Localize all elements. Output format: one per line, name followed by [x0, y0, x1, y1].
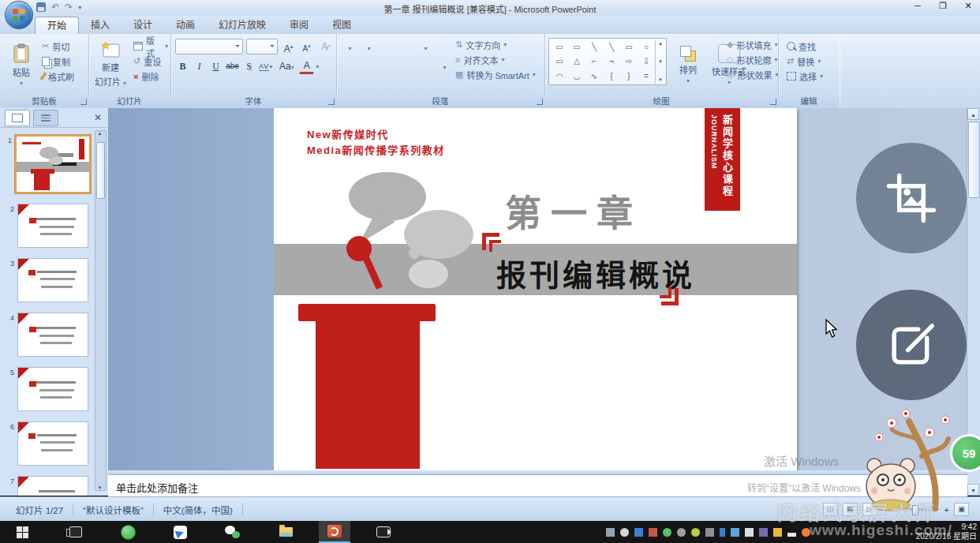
- shape-icon[interactable]: ⇩: [643, 57, 649, 66]
- taskbar-app-wechat[interactable]: [216, 521, 248, 543]
- design-template-name[interactable]: “默认设计模板”: [73, 504, 154, 516]
- ribbon-tab[interactable]: 审阅: [278, 17, 320, 34]
- dialog-launcher-icon[interactable]: [80, 99, 87, 105]
- tray-bluetooth-icon[interactable]: [720, 528, 725, 537]
- dialog-launcher-icon[interactable]: [537, 99, 543, 105]
- tray-icon[interactable]: [620, 528, 629, 537]
- minimize-button[interactable]: ─: [911, 1, 925, 11]
- dialog-launcher-icon[interactable]: [770, 99, 776, 105]
- shape-outline-button[interactable]: ◇形状轮廓▾: [724, 52, 776, 67]
- slide-thumbnail[interactable]: 4: [6, 313, 88, 357]
- slide-canvas[interactable]: New新传媒时代 Media新闻传播学系列教材 第一章 报刊编辑概说 JOURN…: [274, 108, 797, 472]
- text-shadow-button[interactable]: S: [241, 58, 256, 74]
- select-button[interactable]: 选择▾: [784, 69, 825, 84]
- tray-icon[interactable]: [634, 528, 643, 537]
- replace-button[interactable]: ⇄替换▾: [784, 54, 825, 69]
- change-case-button[interactable]: Aa▾: [275, 58, 297, 74]
- shape-icon[interactable]: ⇨: [626, 57, 632, 66]
- shape-icon[interactable]: =: [644, 72, 649, 81]
- ribbon-tab[interactable]: 幻灯片放映: [207, 17, 278, 34]
- align-text-button[interactable]: ≡对齐文本▾: [453, 52, 538, 67]
- taskbar-app-explorer[interactable]: [270, 521, 301, 543]
- bold-button[interactable]: B: [175, 58, 190, 74]
- align-center-button[interactable]: [361, 58, 376, 74]
- cut-button[interactable]: ✂剪切: [39, 39, 77, 54]
- shrink-font-button[interactable]: A▾: [299, 39, 314, 54]
- slide-thumbnail[interactable]: 5: [6, 367, 88, 411]
- tray-icon[interactable]: [745, 528, 754, 537]
- strikethrough-button[interactable]: abe: [225, 58, 240, 74]
- shape-icon[interactable]: ▭: [555, 43, 563, 51]
- tray-icon[interactable]: [731, 528, 739, 537]
- close-button[interactable]: ✕: [961, 1, 975, 11]
- tray-icon[interactable]: [606, 528, 615, 537]
- character-spacing-button[interactable]: AV▾: [258, 58, 274, 74]
- shape-icon[interactable]: ╲: [592, 43, 597, 51]
- columns-button[interactable]: ▾: [437, 58, 452, 74]
- shape-icon[interactable]: {: [610, 72, 612, 81]
- office-button[interactable]: [5, 1, 33, 29]
- scroll-up-button[interactable]: ▲: [967, 108, 979, 120]
- ribbon-tab[interactable]: 设计: [122, 17, 164, 34]
- tray-icon[interactable]: [663, 528, 671, 537]
- panel-scrollbar[interactable]: ▲ ▼: [95, 130, 107, 491]
- shape-fill-button[interactable]: ◆形状填充▾: [724, 37, 776, 52]
- reset-button[interactable]: ↺重设: [131, 54, 170, 69]
- new-slide-button[interactable]: 新建 幻灯片 ▾: [92, 37, 129, 92]
- slide-thumbnail[interactable]: 7: [6, 476, 88, 496]
- slide-thumbnail[interactable]: 6: [6, 421, 88, 466]
- shape-icon[interactable]: △: [574, 57, 580, 66]
- shape-icon[interactable]: ⌐: [592, 57, 597, 66]
- font-size-combo[interactable]: [246, 39, 278, 54]
- tray-icon[interactable]: [759, 528, 768, 537]
- align-right-button[interactable]: [380, 58, 395, 74]
- tray-network-icon[interactable]: [787, 528, 796, 537]
- tray-icon[interactable]: [691, 528, 700, 537]
- taskbar-app-powerpoint[interactable]: [319, 521, 350, 543]
- taskbar-app-camera[interactable]: [368, 521, 399, 543]
- tray-icon[interactable]: [649, 528, 657, 537]
- delete-slide-button[interactable]: ×删除: [131, 69, 170, 84]
- scroll-down-button[interactable]: ▼: [967, 484, 979, 496]
- tray-shield-icon[interactable]: [677, 528, 686, 537]
- shapes-gallery[interactable]: ▭▭╲╲▭○▭△⌐¬⇨⇩◠◡∿{}= ▲▼▼: [548, 38, 667, 85]
- shapes-gallery-scroll[interactable]: ▲▼▼: [655, 39, 665, 84]
- shape-icon[interactable]: ◡: [574, 72, 581, 81]
- start-button[interactable]: [6, 521, 38, 543]
- screenshot-float-button[interactable]: [856, 143, 967, 253]
- save-icon[interactable]: [36, 2, 46, 12]
- ribbon-tab[interactable]: 视图: [320, 17, 363, 34]
- shape-icon[interactable]: ▭: [555, 57, 563, 66]
- underline-button[interactable]: U: [208, 58, 223, 74]
- font-color-button[interactable]: A: [299, 59, 314, 74]
- increase-indent-button[interactable]: [399, 39, 414, 55]
- find-button[interactable]: 查找: [784, 39, 825, 54]
- shape-icon[interactable]: ¬: [609, 57, 614, 66]
- paste-button[interactable]: 粘贴 ▾: [5, 37, 38, 92]
- tray-monitor-icon[interactable]: [705, 528, 714, 537]
- layout-button[interactable]: 版式▾: [131, 39, 170, 54]
- text-direction-button[interactable]: ⇅文字方向▾: [453, 37, 538, 52]
- tab-slides-thumbnails[interactable]: [5, 110, 30, 126]
- qat-dropdown-icon[interactable]: ▾: [78, 4, 81, 11]
- convert-smartart-button[interactable]: ▦转换为 SmartArt▾: [453, 67, 538, 82]
- shape-icon[interactable]: ╲: [609, 43, 614, 51]
- align-left-button[interactable]: [342, 58, 357, 74]
- clear-formatting-button[interactable]: A̷: [317, 39, 332, 54]
- shape-effects-button[interactable]: ◎形状效果▾: [724, 67, 776, 82]
- shape-icon[interactable]: ▭: [625, 43, 632, 51]
- shape-icon[interactable]: ∿: [591, 72, 597, 81]
- ribbon-tab[interactable]: 插入: [79, 17, 122, 34]
- tab-outline[interactable]: [33, 110, 58, 126]
- grow-font-button[interactable]: A▴: [281, 39, 296, 54]
- distribute-button[interactable]: [418, 58, 433, 74]
- ribbon-tab[interactable]: 动画: [164, 17, 207, 34]
- slide-thumbnail[interactable]: 2: [6, 204, 88, 248]
- shape-icon[interactable]: }: [627, 72, 630, 81]
- taskbar-app-green[interactable]: [112, 521, 144, 543]
- arrange-button[interactable]: 排列 ▾: [671, 37, 705, 92]
- task-view-button[interactable]: [60, 521, 92, 543]
- tray-icon[interactable]: [773, 528, 782, 537]
- ribbon-tab[interactable]: 开始: [35, 17, 79, 35]
- shape-icon[interactable]: ▭: [573, 43, 580, 51]
